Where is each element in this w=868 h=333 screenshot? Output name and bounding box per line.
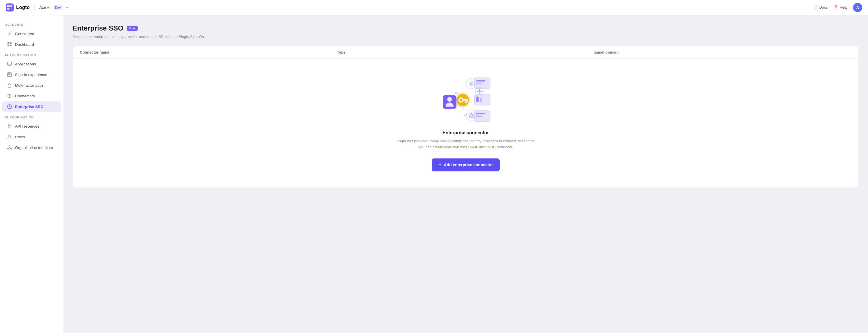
svg-rect-24 [476,96,478,102]
svg-text:d: d [470,82,472,86]
docs-link[interactable]: 📄 Docs [813,5,828,9]
sidebar-item-label: API resources [15,124,39,128]
svg-point-43 [478,90,480,92]
svg-point-16 [9,135,10,137]
col-type: Type [337,50,594,55]
logo-icon [6,3,14,11]
plus-icon: + [439,162,442,168]
svg-rect-1 [7,5,9,7]
svg-point-52 [455,92,458,94]
svg-rect-5 [10,42,11,44]
topbar-divider [34,4,35,11]
docs-label: Docs [819,5,828,9]
chevron-down-icon[interactable]: ▾ [66,5,68,9]
table-card: Connector name Type Email domain [72,46,859,188]
svg-rect-15 [8,126,10,128]
topbar-right: 📄 Docs ❓ Help A [813,3,862,12]
sidebar-item-applications[interactable]: Applications [2,59,61,69]
authentication-section-label: AUTHENTICATION [0,50,63,58]
authorization-section-label: AUTHORIZATION [0,112,63,121]
add-enterprise-connector-button[interactable]: + Add enterprise connector [432,158,500,172]
page-subtitle: Connect the enterprise identity provider… [72,35,859,39]
svg-rect-22 [476,83,482,84]
enterprise-sso-icon [7,104,12,109]
empty-state: d [73,59,859,187]
svg-point-46 [477,91,478,92]
sidebar-item-label: Multi-factor auth [15,83,43,88]
svg-rect-9 [8,65,11,66]
sidebar-item-label: Connectors [15,94,35,98]
sidebar-item-enterprise-sso[interactable]: Enterprise SSO [2,101,61,112]
topbar: Logto Acme Dev ▾ 📄 Docs ❓ Help A [0,0,868,15]
table-header: Connector name Type Email domain [73,46,859,59]
svg-rect-35 [465,101,467,103]
avatar[interactable]: A [853,3,862,12]
sidebar-item-label: Organization template [15,146,53,150]
enterprise-connector-illustration: d [437,72,494,124]
page-title-area: Enterprise SSO Pro [72,24,859,32]
sidebar-item-dashboard[interactable]: Dashboard [2,39,61,50]
applications-icon [7,61,12,66]
svg-point-45 [479,93,480,94]
sidebar-item-label: Dashboard [15,42,34,47]
sign-in-icon [7,72,12,77]
sidebar-item-label: Sign-in experience [15,72,47,77]
svg-point-37 [447,97,452,102]
svg-rect-27 [476,113,485,114]
svg-rect-6 [7,44,9,47]
organization-template-icon [7,145,12,150]
help-link[interactable]: ❓ Help [833,5,847,9]
sidebar-item-label: Applications [15,62,36,66]
svg-point-51 [465,114,467,116]
pro-badge: Pro [127,26,138,31]
sidebar-item-api-resources[interactable]: API resources [2,121,61,131]
sidebar-item-multi-factor-auth[interactable]: Multi-factor auth [2,80,61,90]
roles-icon [7,134,12,140]
api-resources-icon [7,124,12,129]
svg-rect-2 [10,5,12,7]
lightning-icon: ⚡ [7,31,12,36]
workspace-badge[interactable]: Dev [53,5,63,10]
logo-text: Logto [16,5,30,10]
col-connector-name: Connector name [80,50,337,55]
svg-rect-12 [8,85,11,87]
svg-rect-28 [476,116,482,117]
empty-state-title: Enterprise connector [443,130,489,135]
add-btn-label: Add enterprise connector [444,162,493,167]
svg-rect-3 [7,8,9,10]
main-content: Enterprise SSO Pro Connect the enterpris… [63,15,868,333]
svg-rect-21 [476,80,485,82]
svg-rect-8 [7,62,11,65]
svg-rect-7 [10,44,11,47]
help-label: Help [839,5,847,9]
svg-point-14 [9,95,10,96]
sidebar-item-roles[interactable]: Roles [2,132,61,142]
workspace-name: Acme [39,5,50,10]
svg-point-47 [481,91,482,92]
empty-state-description: Logto has provided many built-in enterpr… [397,138,535,150]
sidebar-item-sign-in-experience[interactable]: Sign-in experience [2,69,61,80]
sidebar: OVERVIEW ⚡ Get started Dashboard AUTHENT… [0,15,63,333]
overview-section-label: OVERVIEW [0,20,63,28]
connectors-icon [7,93,12,98]
page-title: Enterprise SSO [72,24,123,32]
dashboard-icon [7,42,12,47]
sidebar-item-connectors[interactable]: Connectors [2,91,61,101]
sidebar-item-get-started[interactable]: ⚡ Get started [2,29,61,39]
sidebar-item-label: Get started [15,32,34,36]
svg-point-44 [479,89,480,90]
sidebar-item-label: Roles [15,135,25,139]
svg-rect-25 [480,98,482,102]
svg-rect-4 [7,42,9,44]
docs-icon: 📄 [813,5,818,9]
help-icon: ❓ [833,5,838,9]
lock-icon [7,83,12,88]
svg-rect-11 [8,73,10,75]
col-email-domain: Email domain [594,50,851,55]
logo-area[interactable]: Logto [6,3,30,11]
svg-rect-0 [6,3,14,11]
sidebar-item-organization-template[interactable]: Organization template [2,142,61,153]
sidebar-item-label: Enterprise SSO [15,104,43,109]
